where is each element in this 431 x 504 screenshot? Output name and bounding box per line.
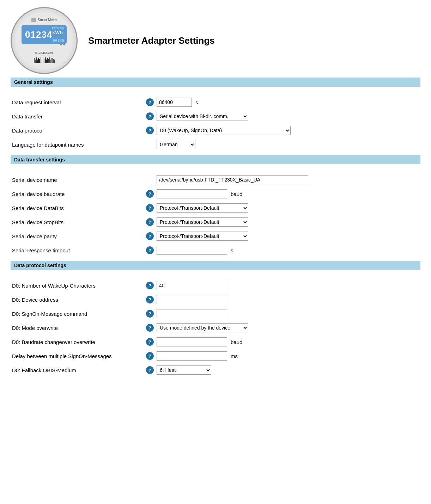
d0-delay-signon-help[interactable]: ? [146,352,154,360]
transfer-settings-header: Data transfer settings [11,155,420,164]
serial-stopbits-label: Serial device StopBits [11,215,145,229]
serial-parity-row: Serial device parity ? Protocol-/Transpo… [11,229,420,243]
d0-wakeup-chars-row: D0: Number of WakeUp-Characters ? [11,278,420,293]
serial-baudrate-label: Serial device baudrate [11,187,145,201]
serial-databits-select[interactable]: Protocol-/Transport-Default 5 6 7 8 [157,203,248,213]
data-protocol-label: Data protocol [11,123,145,137]
meter-dots [60,43,65,45]
meter-serial: 0123456789 [35,51,53,55]
d0-mode-overwrite-row: D0: Mode overwrite ? Use mode defined by… [11,321,420,335]
d0-baudrate-overwrite-label: D0: Baudrate changeover overwrite [11,335,145,349]
data-request-interval-row: Data request interval ? s [11,95,420,109]
general-settings-area: General settings Data request interval ?… [0,78,431,152]
d0-signon-command-label: D0: SignOn-Message command [11,307,145,321]
serial-timeout-label: Serial-Response timeout [11,243,145,257]
serial-stopbits-select[interactable]: Protocol-/Transport-Default 1 1.5 2 [157,217,248,227]
data-request-interval-input[interactable] [157,98,192,107]
d0-mode-overwrite-help[interactable]: ? [146,324,154,332]
meter-brand: Smart Meter [31,18,57,22]
meter-display: 12:34:56 01234kWh 56789 [22,25,67,44]
page-title: Smartmeter Adapter Settings [88,35,215,46]
d0-signon-command-help[interactable]: ? [146,310,154,318]
protocol-settings-area: Data protocol settings D0: Number of Wak… [0,261,431,377]
d0-baudrate-overwrite-help[interactable]: ? [146,338,154,346]
serial-baudrate-field: baud [157,189,419,198]
transfer-settings-area: Data transfer settings Serial device nam… [0,155,431,257]
serial-databits-label: Serial device DataBits [11,201,145,215]
serial-timeout-suffix: s [231,247,233,253]
data-request-interval-help[interactable]: ? [146,98,154,106]
d0-fallback-obis-row: D0: Fallback OBIS-Medium ? 6: Heat 0: Ab… [11,363,420,377]
data-transfer-help[interactable]: ? [146,112,154,120]
d0-delay-signon-suffix: ms [231,353,238,359]
d0-device-address-input[interactable] [157,295,227,304]
serial-timeout-row: Serial-Response timeout ? s [11,243,420,257]
data-transfer-row: Data transfer ? Serial device with Bi-di… [11,109,420,123]
serial-stopbits-row: Serial device StopBits ? Protocol-/Trans… [11,215,420,229]
data-transfer-select[interactable]: Serial device with Bi-dir. comm. Serial … [157,112,248,121]
serial-timeout-help[interactable]: ? [146,246,154,254]
serial-databits-row: Serial device DataBits ? Protocol-/Trans… [11,201,420,215]
data-transfer-label: Data transfer [11,109,145,123]
data-protocol-help[interactable]: ? [146,127,154,134]
protocol-settings-table: D0: Number of WakeUp-Characters ? D0: De… [11,278,420,377]
data-request-interval-suffix: s [195,99,198,105]
serial-databits-help[interactable]: ? [146,204,154,212]
d0-signon-command-input[interactable] [157,309,227,318]
d0-baudrate-overwrite-input[interactable] [157,337,227,346]
serial-parity-help[interactable]: ? [146,232,154,240]
serial-baudrate-input[interactable] [157,189,227,198]
serial-device-name-input[interactable] [157,175,308,184]
serial-stopbits-help[interactable]: ? [146,218,154,226]
data-request-interval-field: s [157,98,419,107]
data-protocol-row: Data protocol ? D0 (WakeUp, SignOn, Data… [11,123,420,137]
language-label: Language for datapoint names [11,137,145,152]
serial-baudrate-suffix: baud [231,191,242,197]
serial-device-name-label: Serial device name [11,173,145,187]
meter-reading: 01234kWh [24,30,64,39]
data-protocol-select[interactable]: D0 (WakeUp, SignOn, Data) SML DLMS/COSEM [157,126,291,135]
general-settings-table: Data request interval ? s Data transfer … [11,95,420,152]
serial-device-name-row: Serial device name [11,173,420,187]
d0-delay-signon-input[interactable] [157,351,227,361]
protocol-settings-header: Data protocol settings [11,261,420,270]
meter-barcode [34,57,55,63]
data-request-interval-label: Data request interval [11,95,145,109]
d0-baudrate-overwrite-field: baud [157,337,419,346]
serial-timeout-field: s [157,246,419,255]
d0-device-address-label: D0: Device address [11,293,145,307]
serial-baudrate-row: Serial device baudrate ? baud [11,187,420,201]
language-row: Language for datapoint names German Engl… [11,137,420,152]
d0-signon-command-row: D0: SignOn-Message command ? [11,307,420,321]
serial-parity-label: Serial device parity [11,229,145,243]
d0-wakeup-chars-input[interactable] [157,281,227,290]
d0-mode-overwrite-select[interactable]: Use mode defined by the device Mode A Mo… [157,323,248,332]
language-select[interactable]: German English French [157,140,195,149]
d0-delay-signon-field: ms [157,351,419,361]
d0-delay-signon-row: Delay between multiple SignOn-Messages ?… [11,349,420,363]
serial-baudrate-help[interactable]: ? [146,190,154,198]
d0-wakeup-chars-help[interactable]: ? [146,282,154,289]
serial-timeout-input[interactable] [157,246,227,255]
d0-mode-overwrite-label: D0: Mode overwrite [11,321,145,335]
transfer-settings-table: Serial device name Serial device baudrat… [11,173,420,257]
general-settings-header: General settings [11,78,420,87]
d0-fallback-obis-help[interactable]: ? [146,366,154,374]
d0-baudrate-overwrite-row: D0: Baudrate changeover overwrite ? baud [11,335,420,349]
d0-baudrate-overwrite-suffix: baud [231,339,242,345]
d0-device-address-row: D0: Device address ? [11,293,420,307]
d0-fallback-obis-select[interactable]: 6: Heat 0: Abstract 1: Electricity 2: Ga… [157,365,211,375]
d0-wakeup-chars-label: D0: Number of WakeUp-Characters [11,278,145,293]
d0-device-address-help[interactable]: ? [146,296,154,303]
page-header: Smart Meter 12:34:56 01234kWh 56789 0123… [0,0,431,78]
d0-fallback-obis-label: D0: Fallback OBIS-Medium [11,363,145,377]
serial-parity-select[interactable]: Protocol-/Transport-Default None Even Od… [157,232,248,241]
d0-delay-signon-label: Delay between multiple SignOn-Messages [11,349,145,363]
meter-logo: Smart Meter 12:34:56 01234kWh 56789 0123… [11,7,78,74]
